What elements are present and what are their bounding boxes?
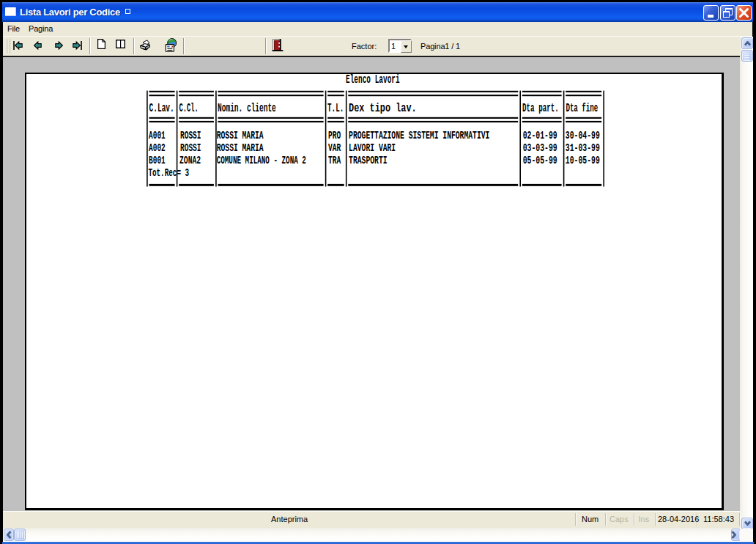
svg-text:C.Cl.: C.Cl.	[179, 101, 199, 115]
svg-text:Tot.Rec= 3: Tot.Rec= 3	[148, 167, 189, 180]
svg-text:ZONA2: ZONA2	[179, 154, 201, 167]
svg-text:ROSSI MARIA: ROSSI MARIA	[217, 141, 264, 155]
svg-text:Elenco Lavori: Elenco Lavori	[346, 73, 400, 86]
svg-text:03-03-99: 03-03-99	[523, 141, 557, 155]
svg-text:Dta part.: Dta part.	[522, 101, 559, 115]
svg-text:ROSSI MARIA: ROSSI MARIA	[217, 129, 264, 142]
svg-text:A001: A001	[149, 130, 166, 142]
svg-text:Dex tipo lav.: Dex tipo lav.	[349, 101, 417, 115]
svg-text:ROSSI: ROSSI	[180, 130, 201, 142]
svg-text:VAR: VAR	[328, 142, 341, 155]
svg-text:30-04-99: 30-04-99	[566, 129, 600, 142]
svg-text:TRA: TRA	[328, 155, 341, 167]
svg-text:PROGETTAZIONE SISTEMI INFORMAT: PROGETTAZIONE SISTEMI INFORMATIVI	[349, 129, 489, 142]
svg-text:TRASPORTI: TRASPORTI	[349, 154, 387, 167]
svg-text:ROSSI: ROSSI	[180, 142, 201, 155]
svg-text:A002: A002	[149, 142, 166, 155]
svg-text:LAVORI VARI: LAVORI VARI	[349, 141, 396, 155]
svg-text:Nomin. cliente: Nomin. cliente	[218, 101, 276, 115]
svg-text:C.Lav.: C.Lav.	[149, 101, 174, 115]
svg-text:10-05-99: 10-05-99	[566, 154, 600, 167]
svg-text:PRO: PRO	[328, 130, 341, 142]
svg-text:COMUNE MILANO - ZONA 2: COMUNE MILANO - ZONA 2	[217, 155, 306, 167]
svg-text:T.L.: T.L.	[327, 101, 344, 115]
svg-text:31-03-99: 31-03-99	[566, 141, 600, 155]
svg-text:Dta fine: Dta fine	[566, 101, 598, 115]
svg-text:02-01-99: 02-01-99	[523, 129, 557, 142]
svg-text:05-05-99: 05-05-99	[523, 154, 557, 167]
svg-text:B001: B001	[149, 155, 166, 167]
